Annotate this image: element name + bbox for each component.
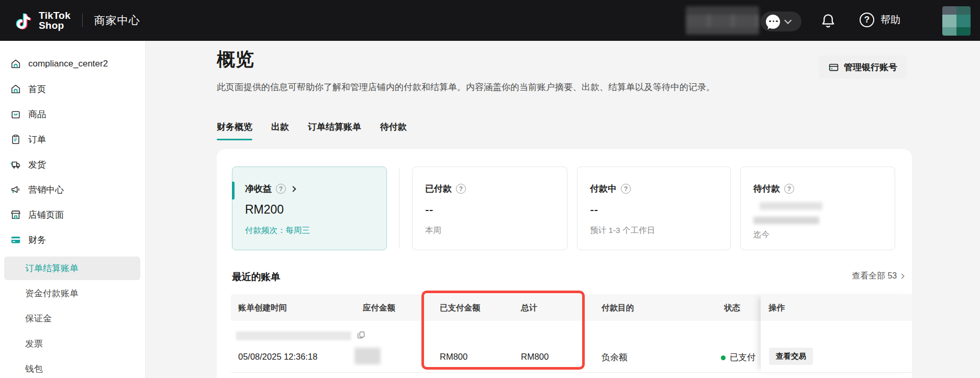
status-label: 已支付 — [730, 352, 756, 363]
sidebar-subitem-label: 保证金 — [25, 313, 52, 325]
row-divider — [231, 372, 912, 373]
column-header-action: 操作 — [769, 303, 785, 314]
card-divider — [399, 169, 399, 248]
bill-paid-amount: RM800 — [440, 352, 467, 362]
sidebar-item-marketing-center[interactable]: 营销中心 — [0, 177, 146, 202]
tiktok-shop-logo[interactable]: TikTok Shop — [14, 9, 71, 31]
card-value: -- — [590, 203, 718, 217]
tiktok-note-icon — [14, 9, 34, 31]
card-title: 付款中 — [590, 183, 617, 195]
card-icon — [9, 234, 22, 246]
sidebar-item-shipping[interactable]: 发货 — [0, 152, 146, 177]
sidebar-item-label: 店铺页面 — [28, 209, 64, 221]
amount-due-redacted — [354, 348, 381, 364]
sidebar-item-label: compliance_center2 — [28, 59, 108, 69]
sidebar-subitem-wallet[interactable]: 钱包 — [0, 356, 146, 378]
header-divider — [82, 14, 83, 27]
help-icon: ? — [860, 13, 874, 27]
sidebar: compliance_center2 首页 商品 订单 发货 营销中心 店铺 — [0, 41, 146, 378]
tab-label: 待付款 — [380, 122, 407, 132]
column-header-status: 状态 — [724, 303, 740, 314]
tab-financial-overview[interactable]: 财务概览 — [217, 121, 252, 140]
card-paid: 已付款 ? -- 本周 — [412, 166, 567, 250]
app-title: 商家中心 — [94, 13, 140, 28]
sidebar-subitem-invoice[interactable]: 发票 — [0, 331, 146, 356]
card-subtitle: 迄今 — [753, 229, 882, 240]
question-icon[interactable]: ? — [784, 184, 794, 194]
sidebar-subitem-deposit[interactable]: 保证金 — [0, 306, 146, 331]
column-header-total: 总计 — [521, 303, 537, 314]
storefront-icon — [9, 208, 22, 221]
sidebar-item-label: 订单 — [28, 134, 46, 146]
clipboard-icon — [9, 133, 22, 146]
column-header-purpose: 付款目的 — [602, 303, 634, 314]
help-button[interactable]: ? 帮助 — [860, 13, 900, 27]
chat-bubble-icon — [766, 15, 780, 29]
shop-name-redacted — [686, 6, 759, 35]
home-icon — [9, 58, 22, 70]
tab-withdrawals[interactable]: 出款 — [271, 121, 289, 140]
manage-bank-label: 管理银行账号 — [844, 61, 897, 73]
truck-icon — [9, 158, 22, 171]
sidebar-item-home[interactable]: 首页 — [0, 76, 146, 102]
action-column: 操作 查看交易 — [761, 294, 912, 373]
megaphone-icon — [9, 183, 22, 196]
tab-order-settlements[interactable]: 订单结算账单 — [308, 121, 361, 140]
sidebar-item-finance[interactable]: 财务 — [0, 227, 146, 252]
tab-bar: 财务概览 出款 订单结算账单 待付款 — [217, 121, 407, 140]
status-badge: 已支付 — [721, 352, 756, 363]
section-title-recent-bills: 最近的账单 — [232, 270, 281, 283]
logo-line2: Shop — [39, 20, 64, 31]
sidebar-item-label: 首页 — [28, 83, 46, 95]
page-title: 概览 — [217, 47, 254, 72]
tab-label: 订单结算账单 — [308, 122, 361, 132]
sidebar-subitem-label: 钱包 — [25, 363, 43, 375]
sidebar-subitem-payments[interactable]: 资金付款账单 — [0, 281, 146, 306]
bill-created-time: 05/08/2025 12:36:18 — [238, 352, 317, 362]
view-transaction-button[interactable]: 查看交易 — [769, 348, 813, 365]
view-all-link[interactable]: 查看全部 53 — [852, 271, 904, 282]
chat-button[interactable] — [761, 12, 801, 31]
card-paying: 付款中 ? -- 预计 1-3 个工作日 — [577, 166, 731, 250]
sidebar-item-label: 商品 — [28, 108, 46, 120]
manage-bank-button[interactable]: 管理银行账号 — [819, 55, 907, 79]
column-header-created-time: 账单创建时间 — [238, 303, 287, 314]
sidebar-item-label: 财务 — [28, 234, 46, 246]
sidebar-item-products[interactable]: 商品 — [0, 102, 146, 127]
question-icon[interactable]: ? — [456, 184, 466, 194]
notifications-button[interactable] — [820, 13, 836, 29]
column-header-amount-due: 应付金额 — [363, 303, 395, 314]
card-title: 已付款 — [425, 183, 452, 195]
question-icon[interactable]: ? — [276, 184, 286, 194]
page-description: 此页面提供的信息可帮助你了解和管理店铺内的付款和结算单。内容涵盖你的当前账户摘要… — [217, 81, 793, 93]
sidebar-item-orders[interactable]: 订单 — [0, 127, 146, 152]
chevron-right-icon — [290, 186, 296, 192]
question-icon[interactable]: ? — [621, 184, 631, 194]
card-net-income[interactable]: 净收益 ? RM200 付款频次：每周三 — [232, 166, 387, 250]
copy-icon[interactable] — [357, 330, 366, 340]
card-subtitle: 付款频次：每周三 — [245, 225, 374, 236]
sidebar-subitem-settlements[interactable]: 订单结算账单 — [0, 255, 146, 281]
sidebar-item-shop-pages[interactable]: 店铺页面 — [0, 202, 146, 227]
avatar[interactable] — [942, 6, 971, 36]
bell-icon — [820, 13, 836, 29]
help-label: 帮助 — [881, 13, 900, 27]
sidebar-subitem-label: 订单结算账单 — [25, 262, 79, 274]
sidebar-subitem-label: 发票 — [25, 338, 43, 350]
view-all-label: 查看全部 53 — [852, 271, 897, 282]
card-subtitle: 本周 — [425, 225, 554, 236]
tab-pending-payments[interactable]: 待付款 — [380, 121, 407, 140]
sidebar-item-compliance-center2[interactable]: compliance_center2 — [0, 51, 146, 76]
bill-total: RM800 — [521, 352, 549, 362]
logo-line1: TikTok — [39, 10, 71, 21]
bill-purpose: 负余额 — [602, 352, 628, 363]
sidebar-item-label: 营销中心 — [28, 184, 64, 196]
column-header-paid-amount: 已支付金额 — [440, 303, 481, 314]
bag-icon — [9, 108, 22, 120]
top-header: TikTok Shop 商家中心 ? 帮助 — [0, 0, 980, 41]
accent-bar — [232, 182, 235, 199]
card-title: 净收益 — [245, 183, 272, 195]
tab-label: 出款 — [271, 122, 289, 132]
bill-id-redacted — [236, 331, 351, 340]
home-icon — [9, 83, 22, 95]
